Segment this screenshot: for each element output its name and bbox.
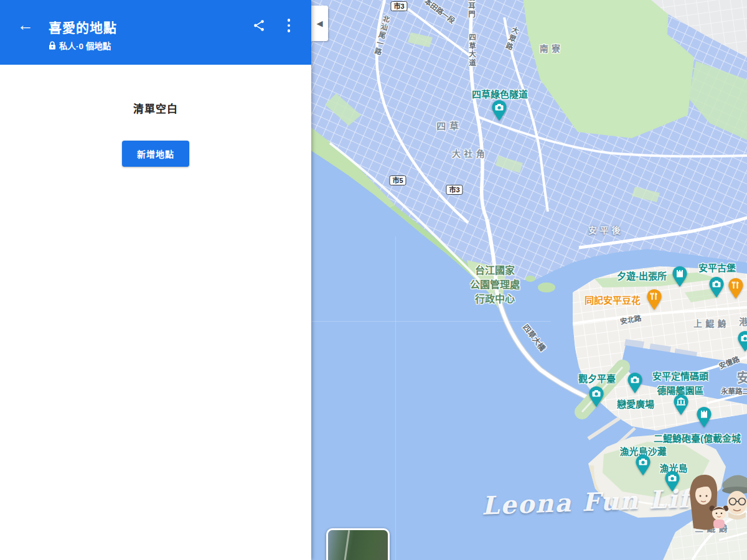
area-label: 上鯤鯓 bbox=[693, 317, 730, 329]
castle-pin-marker[interactable] bbox=[696, 406, 712, 429]
poi-label[interactable]: 同記安平豆花 bbox=[585, 293, 641, 306]
privacy-label: 私人·0 個地點 bbox=[59, 39, 111, 52]
road-label: 鹿耳門 bbox=[466, 0, 476, 19]
add-place-button[interactable]: 新增地點 bbox=[122, 141, 189, 167]
tile-seam bbox=[395, 236, 396, 560]
route-shield: 市5 bbox=[389, 175, 406, 185]
camera-pin-marker[interactable] bbox=[491, 100, 507, 122]
area-label: 港 bbox=[739, 315, 747, 327]
chevron-left-icon: ◀ bbox=[317, 19, 323, 28]
places-list-panel: ← 喜愛的地點 私人·0 個地點 清單空白 新增地點 bbox=[0, 0, 311, 560]
area-label: 南寮 bbox=[540, 42, 564, 54]
park-label[interactable]: 台江國家 公園管理處 行政中心 bbox=[470, 263, 520, 306]
castle-icon bbox=[701, 411, 707, 418]
restaurant-pin-marker[interactable] bbox=[728, 278, 744, 300]
poi-label[interactable]: 夕遊-出張所 bbox=[617, 269, 667, 282]
poi-label[interactable]: 戀愛廣場 bbox=[617, 397, 654, 410]
satellite-preview-image bbox=[328, 530, 388, 560]
satellite-layer-thumbnail[interactable] bbox=[326, 528, 390, 560]
empty-list-message: 清單空白 bbox=[0, 100, 311, 116]
camera-pin-marker[interactable] bbox=[635, 454, 651, 477]
area-label: 安平後 bbox=[588, 223, 624, 236]
road-label: 永華路二 bbox=[721, 386, 747, 396]
three-dot-icon bbox=[288, 19, 291, 32]
tower-icon bbox=[677, 270, 683, 278]
share-icon bbox=[252, 19, 266, 32]
route-shield: 市3 bbox=[446, 185, 463, 195]
area-label: 安 bbox=[737, 367, 747, 386]
lock-icon bbox=[49, 41, 56, 50]
poi-label[interactable]: 四草綠色隧道 bbox=[472, 87, 528, 100]
camera-pin-marker[interactable] bbox=[588, 386, 604, 408]
camera-pin-marker[interactable] bbox=[627, 372, 643, 394]
back-button[interactable]: ← bbox=[16, 16, 35, 35]
overflow-menu-button[interactable] bbox=[281, 17, 297, 34]
tower-pin-marker[interactable] bbox=[672, 266, 688, 288]
museum-pin-marker[interactable] bbox=[673, 394, 689, 416]
my-maps-app: ← 喜愛的地點 私人·0 個地點 清單空白 新增地點 bbox=[0, 0, 747, 560]
family-avatar-image bbox=[685, 469, 747, 531]
share-button[interactable] bbox=[251, 17, 267, 34]
area-label: 大社角 bbox=[452, 147, 488, 159]
camera-pin-marker[interactable] bbox=[737, 330, 747, 353]
list-privacy-status: 私人·0 個地點 bbox=[49, 39, 111, 52]
tile-seam bbox=[311, 321, 551, 322]
map-canvas[interactable]: 市3 市5 市3 北汕尾一路 本田路一段 鹿耳門 大眾路 四草大道 南寮 四草綠… bbox=[311, 0, 747, 560]
list-title: 喜愛的地點 bbox=[49, 17, 117, 36]
road-label: 四草大道 bbox=[467, 34, 477, 67]
route-shield: 市3 bbox=[390, 1, 407, 11]
poi-label[interactable]: 二鯤鯓砲臺(億載金城 bbox=[654, 431, 741, 444]
area-label: 四草 bbox=[436, 119, 462, 132]
poi-label[interactable]: 觀夕平臺 bbox=[578, 371, 616, 385]
poi-label[interactable]: 安平古堡 bbox=[698, 261, 736, 274]
collapse-panel-button[interactable]: ◀ bbox=[311, 6, 328, 41]
camera-pin-marker[interactable] bbox=[708, 276, 725, 299]
restaurant-pin-marker[interactable] bbox=[646, 289, 662, 311]
list-header: ← 喜愛的地點 私人·0 個地點 bbox=[0, 0, 311, 65]
